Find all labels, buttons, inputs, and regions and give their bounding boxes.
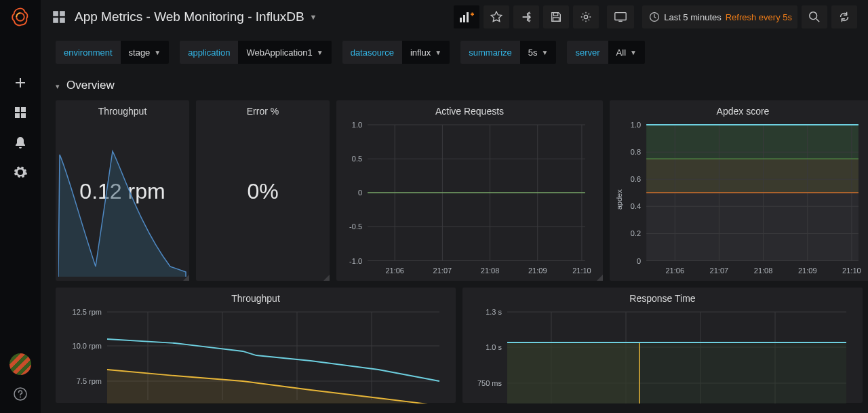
chart-active-requests: 1.0 0.5 0 -0.5 -1.0 21:06 21:07 21:08 21… <box>340 118 599 277</box>
gear-icon <box>580 11 592 23</box>
svg-text:7.5 rpm: 7.5 rpm <box>77 377 102 385</box>
caret-down-icon: ▼ <box>154 49 161 56</box>
svg-rect-40 <box>646 125 859 159</box>
svg-text:apdex: apdex <box>615 189 623 210</box>
var-value[interactable]: stage▼ <box>121 41 170 64</box>
panel-throughput-chart[interactable]: Throughput 12.5 rpm 10.0 rpm 7.5 rpm <box>56 288 456 403</box>
svg-text:1.0 s: 1.0 s <box>486 343 502 351</box>
panel-body: 1.0 0.5 0 -0.5 -1.0 21:06 21:07 21:08 21… <box>336 118 603 281</box>
save-icon <box>550 11 562 23</box>
svg-rect-42 <box>646 193 859 260</box>
zoom-out-button[interactable] <box>802 5 827 28</box>
sidenav-create[interactable] <box>0 68 41 98</box>
var-label: application <box>180 41 238 64</box>
resize-handle[interactable] <box>183 275 189 281</box>
svg-text:21:07: 21:07 <box>710 267 729 275</box>
time-picker[interactable]: Last 5 minutes Refresh every 5s <box>642 5 797 28</box>
caret-down-icon: ▼ <box>542 49 549 56</box>
caret-down-icon: ▼ <box>630 49 637 56</box>
svg-text:21:06: 21:06 <box>385 267 404 275</box>
panel-throughput-stat[interactable]: Throughput 0.12 rpm <box>56 100 189 281</box>
svg-text:750 ms: 750 ms <box>477 379 502 387</box>
svg-text:0.8: 0.8 <box>631 148 641 156</box>
svg-text:10.0 rpm: 10.0 rpm <box>73 342 102 350</box>
panel-body: 12.5 rpm 10.0 rpm 7.5 rpm <box>56 305 456 403</box>
svg-text:0.4: 0.4 <box>631 202 641 210</box>
svg-text:21:06: 21:06 <box>665 267 684 275</box>
svg-rect-1 <box>21 107 26 112</box>
svg-text:21:09: 21:09 <box>528 267 547 275</box>
grafana-icon <box>11 7 30 27</box>
var-value-text: All <box>616 47 626 58</box>
var-value[interactable]: influx▼ <box>402 41 450 64</box>
panel-row-2: Throughput 12.5 rpm 10.0 rpm 7.5 rpm <box>41 281 868 403</box>
sparkline <box>58 148 187 277</box>
tv-mode-button[interactable] <box>607 5 634 28</box>
svg-text:21:08: 21:08 <box>754 267 773 275</box>
svg-text:21:10: 21:10 <box>842 267 861 275</box>
panel-error-pct[interactable]: Error % 0% <box>196 100 330 281</box>
save-button[interactable] <box>543 5 569 28</box>
panel-body: 0% <box>196 118 330 281</box>
svg-text:0.5: 0.5 <box>352 155 362 163</box>
panel-body: 1.0 0.8 0.6 0.4 0.2 0 apdex 21:06 21:07 … <box>610 118 868 281</box>
navbar: App Metrics - Web Monitoring - InfluxDB … <box>41 0 868 34</box>
row-overview[interactable]: ▾ Overview <box>41 66 868 96</box>
var-value[interactable]: WebApplication1▼ <box>238 41 331 64</box>
svg-point-5 <box>20 397 21 398</box>
navbar-title-group: App Metrics - Web Monitoring - InfluxDB … <box>52 9 448 24</box>
plus-icon <box>14 76 27 90</box>
svg-rect-7 <box>60 11 65 16</box>
caret-down-icon: ▼ <box>435 49 441 56</box>
search-icon <box>808 11 821 23</box>
svg-point-15 <box>584 15 587 18</box>
svg-text:-0.5: -0.5 <box>349 222 362 231</box>
gear-icon <box>14 165 27 179</box>
panel-response-time[interactable]: Response Time 1.3 s 1.0 s 750 ms <box>462 288 863 403</box>
var-value-text: stage <box>129 47 151 58</box>
sidenav-config[interactable] <box>0 157 41 187</box>
resize-handle[interactable] <box>323 275 330 281</box>
svg-rect-8 <box>53 18 58 23</box>
svg-rect-16 <box>615 13 626 20</box>
svg-rect-11 <box>463 15 465 22</box>
svg-text:21:09: 21:09 <box>798 267 817 275</box>
panel-title: Error % <box>196 100 330 118</box>
panel-row-1: Throughput 0.12 rpm Error % 0% Active Re… <box>41 96 868 281</box>
settings-button[interactable] <box>573 5 599 28</box>
var-label: server <box>567 41 608 64</box>
panel-title: Response Time <box>462 288 863 305</box>
refresh-button[interactable] <box>831 5 857 28</box>
grafana-logo[interactable] <box>0 0 41 34</box>
page-title[interactable]: App Metrics - Web Monitoring - InfluxDB … <box>75 9 317 24</box>
sidenav-user[interactable] <box>0 353 41 383</box>
add-panel-button[interactable] <box>454 5 479 28</box>
svg-rect-14 <box>553 18 559 21</box>
var-value-text: influx <box>410 47 431 58</box>
row-title-text: Overview <box>66 79 115 92</box>
var-value[interactable]: All▼ <box>608 41 645 64</box>
var-label: summarize <box>460 41 520 64</box>
sidenav-dashboards[interactable] <box>0 98 41 127</box>
stat-value: 0% <box>196 179 330 204</box>
sidenav-help[interactable] <box>0 383 41 413</box>
panel-title: Throughput <box>56 100 189 118</box>
star-button[interactable] <box>484 5 509 28</box>
variable-bar: environment stage▼ application WebApplic… <box>41 34 868 66</box>
page-title-text: App Metrics - Web Monitoring - InfluxDB <box>75 9 304 24</box>
panel-active-requests[interactable]: Active Requests 1.0 0 <box>336 100 603 281</box>
svg-text:0: 0 <box>358 189 362 197</box>
svg-rect-3 <box>21 113 26 118</box>
dashboards-nav-icon[interactable] <box>52 9 66 24</box>
resize-handle[interactable] <box>597 275 603 281</box>
svg-rect-9 <box>60 18 65 23</box>
svg-text:0.6: 0.6 <box>631 175 641 183</box>
var-value-text: WebApplication1 <box>246 47 312 58</box>
panel-title: Throughput <box>56 288 456 305</box>
svg-rect-90 <box>507 342 846 404</box>
var-value[interactable]: 5s▼ <box>520 41 557 64</box>
share-button[interactable] <box>513 5 539 28</box>
sidenav-alerting[interactable] <box>0 127 41 157</box>
panel-apdex[interactable]: Apdex score <box>610 100 868 281</box>
svg-rect-10 <box>460 18 462 22</box>
